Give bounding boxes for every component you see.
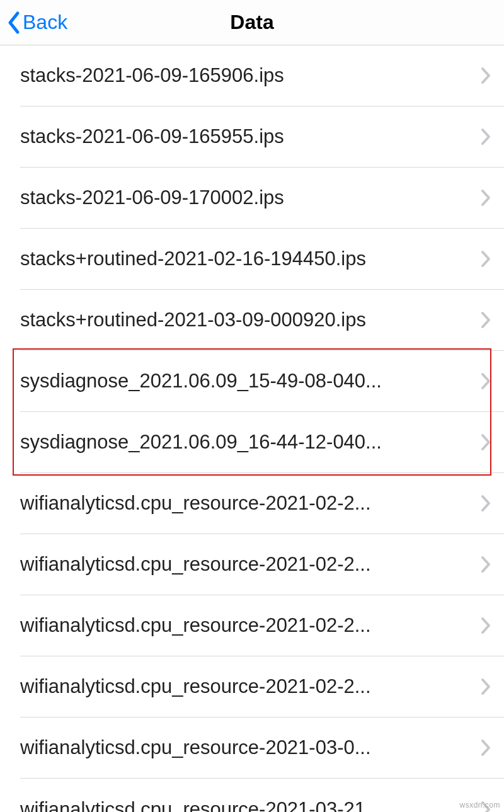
list-item-label: wifianalyticsd.cpu_resource-2021-02-2... [20, 492, 480, 515]
list-container: stacks-2021-06-09-165906.ipsstacks-2021-… [0, 45, 504, 812]
page-title: Data [230, 11, 273, 34]
list-item[interactable]: wifianalyticsd.cpu_resource-2021-03-0... [20, 718, 504, 779]
list-item[interactable]: stacks-2021-06-09-165906.ips [20, 45, 504, 106]
chevron-right-icon [480, 66, 491, 85]
list-item[interactable]: wifianalyticsd.cpu_resource-2021-02-2... [20, 473, 504, 534]
list-item[interactable]: wifianalyticsd.cpu_resource-2021-03-21..… [20, 779, 504, 812]
list-item[interactable]: wifianalyticsd.cpu_resource-2021-02-2... [20, 534, 504, 595]
list-item-label: wifianalyticsd.cpu_resource-2021-03-0... [20, 736, 480, 759]
list-item-label: wifianalyticsd.cpu_resource-2021-02-2... [20, 614, 480, 637]
back-button[interactable]: Back [6, 11, 67, 35]
list-item-label: wifianalyticsd.cpu_resource-2021-03-21..… [20, 798, 480, 813]
list-item[interactable]: sysdiagnose_2021.06.09_16-44-12-040... [20, 412, 504, 473]
back-label: Back [23, 11, 67, 34]
list-item[interactable]: stacks+routined-2021-03-09-000920.ips [20, 290, 504, 351]
chevron-right-icon [480, 311, 491, 329]
chevron-right-icon [480, 738, 491, 757]
list-item-label: stacks-2021-06-09-165955.ips [20, 125, 480, 148]
list-item[interactable]: sysdiagnose_2021.06.09_15-49-08-040... [20, 351, 504, 412]
list-item[interactable]: stacks+routined-2021-02-16-194450.ips [20, 229, 504, 290]
chevron-left-icon [6, 11, 21, 35]
watermark: wsxdn.com [459, 801, 500, 809]
list-item-label: wifianalyticsd.cpu_resource-2021-02-2... [20, 553, 480, 576]
list-item-label: stacks-2021-06-09-165906.ips [20, 64, 480, 87]
list-item-label: wifianalyticsd.cpu_resource-2021-02-2... [20, 675, 480, 698]
list-item[interactable]: wifianalyticsd.cpu_resource-2021-02-2... [20, 656, 504, 718]
chevron-right-icon [480, 494, 491, 513]
list-item-label: sysdiagnose_2021.06.09_16-44-12-040... [20, 431, 480, 454]
list-item[interactable]: stacks-2021-06-09-170002.ips [20, 168, 504, 229]
list-item-label: stacks-2021-06-09-170002.ips [20, 186, 480, 209]
list-item-label: stacks+routined-2021-02-16-194450.ips [20, 248, 480, 270]
chevron-right-icon [480, 188, 491, 207]
chevron-right-icon [480, 372, 491, 391]
file-list: stacks-2021-06-09-165906.ipsstacks-2021-… [0, 45, 504, 812]
list-item-label: sysdiagnose_2021.06.09_15-49-08-040... [20, 370, 480, 392]
list-item[interactable]: stacks-2021-06-09-165955.ips [20, 106, 504, 168]
list-item-label: stacks+routined-2021-03-09-000920.ips [20, 309, 480, 331]
list-item[interactable]: wifianalyticsd.cpu_resource-2021-02-2... [20, 595, 504, 656]
chevron-right-icon [480, 555, 491, 574]
chevron-right-icon [480, 433, 491, 452]
nav-header: Back Data [0, 0, 504, 45]
chevron-right-icon [480, 677, 491, 696]
chevron-right-icon [480, 616, 491, 635]
chevron-right-icon [480, 127, 491, 146]
chevron-right-icon [480, 249, 491, 268]
